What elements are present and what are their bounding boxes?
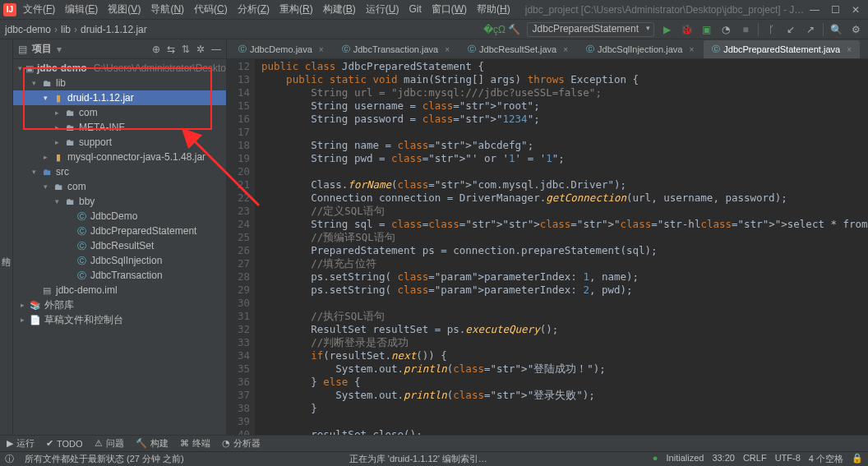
tree-pkg[interactable]: ▾🖿 bby [13, 194, 226, 209]
menu-item[interactable]: 运行(U) [361, 2, 404, 16]
bottom-tool[interactable]: ◔分析器 [222, 437, 261, 450]
class-icon: Ⓒ [712, 44, 720, 55]
git-push-icon[interactable]: ↗ [803, 22, 818, 37]
target-icon[interactable]: ⊕ [152, 44, 160, 55]
breadcrumb-item[interactable]: lib [61, 24, 71, 35]
project-tool-window: ▤ 项目 ▾ ⊕ ⇆ ⇅ ✲ — ▾▣ jdbc-demo C:\Users\A… [13, 39, 227, 435]
editor-tabs: ⒸJdbcDemo.java×ⒸJdbcTransaction.java×ⒸJd… [227, 39, 868, 59]
tree-class[interactable]: ⒸJdbcTransaction [13, 268, 226, 283]
search-icon[interactable]: 🔍 [829, 22, 843, 37]
tree-pkg[interactable]: ▸🖿 com [13, 105, 226, 120]
hammer-icon[interactable]: 🔨 [507, 22, 522, 37]
editor-tab[interactable]: ⒸJdbcTransaction.java× [334, 40, 458, 58]
editor-pane: ⒸJdbcDemo.java×ⒸJdbcTransaction.java×ⒸJd… [227, 39, 868, 435]
close-icon[interactable]: × [847, 45, 852, 54]
window-title: jdbc_project [C:\Users\Administrator\Des… [525, 4, 808, 16]
close-icon[interactable]: × [445, 45, 450, 54]
tree-pkg[interactable]: ▸🖿 META-INF [13, 120, 226, 135]
code-body[interactable]: 正在编制索引… public class JdbcPreparedStateme… [255, 59, 868, 435]
editor-tab[interactable]: ⒸJdbcPreparedStatement.java× [704, 40, 860, 58]
tree-class[interactable]: ⒸJdbcSqlInjection [13, 253, 226, 268]
profile-icon[interactable]: ◔ [718, 22, 733, 37]
status-bar: ⓘ 所有文件都处于最新状态 (27 分钟 之前) 正在为库 'druid-1.1… [0, 451, 868, 466]
bottom-tool[interactable]: ✔TODO [46, 438, 83, 449]
tree-class[interactable]: ⒸJdbcPreparedStatement [13, 224, 226, 238]
nav-bar: jdbc-demo › lib › druid-1.1.12.jar �çΩ 🔨… [0, 20, 868, 39]
chevron-right-icon: › [54, 24, 58, 35]
menu-item[interactable]: 文件(F) [18, 2, 60, 16]
editor-tab[interactable]: ⒸJdbcSqlInjection.java× [578, 40, 702, 58]
tool-icon: ◔ [222, 438, 230, 449]
breadcrumb-item[interactable]: druid-1.1.12.jar [81, 24, 147, 35]
tree-pkg[interactable]: ▸🖿 support [13, 135, 226, 150]
lock-icon[interactable]: 🔒 [852, 453, 863, 465]
tree-folder-src[interactable]: ▾🖿 src [13, 164, 226, 179]
bottom-tool[interactable]: ▶运行 [7, 437, 35, 450]
settings-icon[interactable]: ⚙ [848, 22, 863, 37]
project-icon: ▤ [18, 44, 27, 55]
chevron-right-icon: › [74, 24, 77, 35]
debug-icon[interactable]: 🐞 [679, 22, 694, 37]
close-icon[interactable]: × [689, 45, 694, 54]
tree-jar-mysql[interactable]: ▸▮ mysql-connector-java-5.1.48.jar [13, 150, 226, 164]
git-pull-icon[interactable]: ↙ [783, 22, 798, 37]
tool-icon: 🔨 [136, 438, 147, 449]
tree-pkg[interactable]: ▾🖿 com [13, 179, 226, 194]
tool-icon: ⌘ [180, 438, 189, 449]
class-icon: Ⓒ [342, 44, 350, 55]
gear-icon[interactable]: ✲ [196, 44, 205, 55]
stop-icon[interactable]: ■ [738, 22, 753, 37]
expand-icon[interactable]: ⇆ [167, 44, 175, 55]
build-icon[interactable]: �çΩ [487, 22, 502, 37]
bottom-tool[interactable]: ⚠问题 [95, 437, 124, 450]
close-icon[interactable]: ✕ [852, 4, 860, 16]
hide-icon[interactable]: — [211, 44, 221, 55]
editor-tab[interactable]: ⒸJdbcResultSet.java× [459, 40, 576, 58]
menu-item[interactable]: 窗口(W) [427, 2, 472, 16]
menu-item[interactable]: 视图(V) [103, 2, 145, 16]
close-icon[interactable]: × [563, 45, 568, 54]
coverage-icon[interactable]: ▣ [699, 22, 713, 37]
project-tree[interactable]: ▾▣ jdbc-demo C:\Users\Administrator\Desk… [13, 59, 226, 435]
code-editor[interactable]: 1213141516171819202122232425262728293031… [227, 59, 868, 435]
menu-item[interactable]: 分析(Z) [233, 2, 275, 16]
minimize-icon[interactable]: — [810, 4, 820, 16]
run-config-combo[interactable]: JdbcPreparedStatement [527, 22, 654, 37]
status-center: 正在为库 'druid-1.1.12' 编制索引… [192, 453, 644, 465]
tree-folder-lib[interactable]: ▾🖿 lib [13, 76, 226, 90]
tree-root[interactable]: ▾▣ jdbc-demo C:\Users\Administrator\Desk… [13, 61, 226, 76]
menu-item[interactable]: 编辑(E) [60, 2, 103, 16]
class-icon: Ⓒ [586, 44, 594, 55]
bottom-tool[interactable]: ⌘终端 [180, 437, 210, 450]
tool-icon: ⚠ [95, 438, 103, 449]
tree-jar-druid[interactable]: ▾▮ druid-1.1.12.jar [13, 90, 226, 105]
menu-item[interactable]: Git [404, 2, 426, 16]
git-branch-icon[interactable]: ᚴ [764, 22, 778, 37]
class-icon: Ⓒ [468, 44, 476, 55]
tree-class[interactable]: ⒸJdbcDemo [13, 209, 226, 224]
bottom-tool[interactable]: 🔨构建 [136, 437, 169, 450]
collapse-icon[interactable]: ⇅ [182, 44, 190, 55]
menu-item[interactable]: 代码(C) [189, 2, 233, 16]
breadcrumb-item[interactable]: jdbc-demo [5, 24, 51, 35]
tool-icon: ▶ [7, 438, 13, 449]
tree-external-libs[interactable]: ▸📚 外部库 [13, 298, 226, 312]
project-panel-title: 项目 [32, 42, 52, 56]
class-icon: Ⓒ [238, 44, 247, 55]
status-right: ● Initialized 33:20 CRLF UTF-8 4 个空格 🔒 [653, 453, 863, 465]
maximize-icon[interactable]: ☐ [831, 4, 840, 16]
menu-item[interactable]: 重构(R) [275, 2, 318, 16]
editor-tab[interactable]: ⒸJdbcDemo.java× [230, 40, 332, 58]
run-icon[interactable]: ▶ [659, 22, 674, 37]
tree-scratches[interactable]: ▸📄 草稿文件和控制台 [13, 312, 226, 327]
menu-item[interactable]: 构建(B) [318, 2, 361, 16]
tree-file-iml[interactable]: ▤ jdbc-demo.iml [13, 283, 226, 298]
menu-item[interactable]: 导航(N) [145, 2, 189, 16]
close-icon[interactable]: × [319, 45, 324, 54]
menu-item[interactable]: 帮助(H) [472, 2, 515, 16]
app-logo-icon: IJ [3, 3, 16, 16]
title-bar: IJ 文件(F)编辑(E)视图(V)导航(N)代码(C)分析(Z)重构(R)构建… [0, 0, 868, 20]
status-info-icon[interactable]: ⓘ [5, 453, 16, 465]
tree-class[interactable]: ⒸJdbcResultSet [13, 238, 226, 253]
left-gutter-project-label[interactable]: 结构 [0, 39, 13, 435]
